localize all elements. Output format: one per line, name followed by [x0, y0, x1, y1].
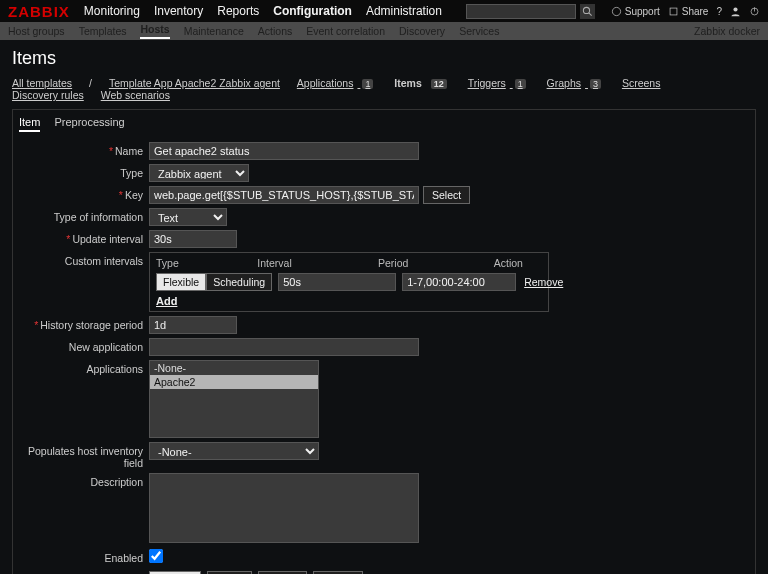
nav-monitoring[interactable]: Monitoring [84, 4, 140, 18]
ci-scheduling-button[interactable]: Scheduling [206, 273, 272, 291]
ci-add-link[interactable]: Add [156, 295, 177, 307]
crumb-applications[interactable]: Applications 1 [297, 77, 378, 89]
ci-remove-link[interactable]: Remove [524, 276, 563, 288]
help-icon[interactable]: ? [716, 6, 722, 17]
label-enabled: Enabled [19, 549, 149, 564]
tab-item[interactable]: Item [19, 114, 40, 132]
crumb-alltemplates[interactable]: All templates [12, 77, 72, 89]
crumb-graphs[interactable]: Graphs 3 [547, 77, 605, 89]
history-input[interactable] [149, 316, 237, 334]
nav-reports[interactable]: Reports [217, 4, 259, 18]
breadcrumb: All templates / Template App Apache2 Zab… [12, 77, 756, 101]
subnav-services[interactable]: Services [459, 25, 499, 37]
support-link[interactable]: Support [611, 5, 660, 17]
subnav-hosts[interactable]: Hosts [140, 23, 169, 39]
nav-configuration[interactable]: Configuration [273, 4, 352, 18]
subnav: Host groups Templates Hosts Maintenance … [0, 22, 768, 40]
svg-rect-3 [670, 8, 677, 15]
hostinv-select[interactable]: -None- [149, 442, 319, 460]
ci-hdr-period: Period [378, 257, 494, 269]
key-select-button[interactable]: Select [423, 186, 470, 204]
key-input[interactable] [149, 186, 419, 204]
label-newapp: New application [19, 338, 149, 353]
svg-line-1 [589, 12, 592, 15]
ci-period-input[interactable] [402, 273, 516, 291]
crumb-discoveryrules[interactable]: Discovery rules [12, 89, 84, 101]
name-input[interactable] [149, 142, 419, 160]
crumb-sep: / [89, 77, 92, 89]
subnav-actions[interactable]: Actions [258, 25, 292, 37]
crumb-screens[interactable]: Screens [622, 77, 661, 89]
brand-logo: ZABBIX [8, 3, 70, 20]
user-icon[interactable] [730, 6, 741, 17]
enabled-checkbox[interactable] [149, 549, 163, 563]
ci-interval-input[interactable] [278, 273, 396, 291]
support-icon [611, 5, 623, 17]
label-type: Type [19, 164, 149, 179]
subnav-maintenance[interactable]: Maintenance [184, 25, 244, 37]
subnav-context: Zabbix docker [694, 25, 760, 37]
subnav-eventcorrelation[interactable]: Event correlation [306, 25, 385, 37]
applications-listbox[interactable]: -None- Apache2 [149, 360, 319, 438]
label-updateint: *Update interval [19, 230, 149, 245]
share-link[interactable]: Share [668, 5, 709, 17]
ci-hdr-interval: Interval [257, 257, 378, 269]
label-name: *Name [19, 142, 149, 157]
search-input[interactable] [466, 4, 576, 19]
svg-point-2 [613, 7, 621, 15]
share-label: Share [682, 6, 709, 17]
crumb-items: Items 12 [394, 77, 450, 89]
page-title: Items [12, 48, 756, 69]
item-config-box: Item Preprocessing *Name Type Zabbix age… [12, 109, 756, 574]
subnav-hostgroups[interactable]: Host groups [8, 25, 65, 37]
subnav-templates[interactable]: Templates [79, 25, 127, 37]
label-typeinfo: Type of information [19, 208, 149, 223]
search-icon[interactable] [580, 4, 595, 19]
label-key: *Key [19, 186, 149, 201]
type-select[interactable]: Zabbix agent [149, 164, 249, 182]
share-icon [668, 5, 680, 17]
crumb-webscenarios[interactable]: Web scenarios [101, 89, 170, 101]
topnav: ZABBIX Monitoring Inventory Reports Conf… [0, 0, 768, 22]
ci-flexible-button[interactable]: Flexible [156, 273, 206, 291]
label-customintervals: Custom intervals [19, 252, 149, 267]
svg-point-0 [583, 7, 589, 13]
typeinfo-select[interactable]: Text [149, 208, 227, 226]
label-description: Description [19, 473, 149, 488]
svg-point-4 [733, 7, 737, 11]
crumb-triggers[interactable]: Triggers 1 [468, 77, 530, 89]
ci-hdr-type: Type [156, 257, 257, 269]
app-option-none[interactable]: -None- [150, 361, 318, 375]
updateint-input[interactable] [149, 230, 237, 248]
label-history: *History storage period [19, 316, 149, 331]
ci-hdr-action: Action [494, 257, 542, 269]
label-hostinv: Populates host inventory field [19, 442, 149, 469]
custom-intervals-table: Type Interval Period Action Flexible Sch… [149, 252, 549, 312]
nav-inventory[interactable]: Inventory [154, 4, 203, 18]
newapp-input[interactable] [149, 338, 419, 356]
app-option-apache2[interactable]: Apache2 [150, 375, 318, 389]
label-applications: Applications [19, 360, 149, 375]
tab-preprocessing[interactable]: Preprocessing [54, 114, 124, 132]
power-icon[interactable] [749, 6, 760, 17]
crumb-template[interactable]: Template App Apache2 Zabbix agent [109, 77, 280, 89]
subnav-discovery[interactable]: Discovery [399, 25, 445, 37]
support-label: Support [625, 6, 660, 17]
nav-administration[interactable]: Administration [366, 4, 442, 18]
description-textarea[interactable] [149, 473, 419, 543]
